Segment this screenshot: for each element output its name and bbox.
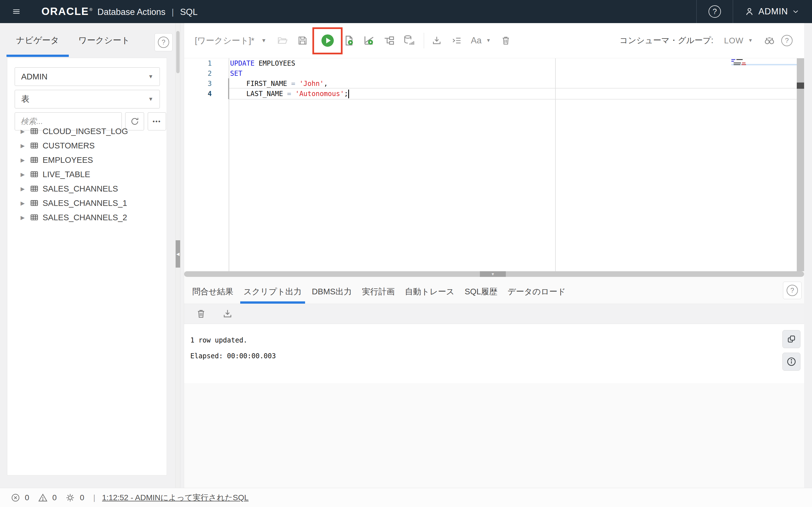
- panel-collapse-handle[interactable]: ▼: [480, 271, 506, 277]
- task-status[interactable]: 0: [65, 493, 84, 503]
- table-name: CLOUD_INGEST_LOG: [43, 127, 128, 136]
- code-line-2: SET: [230, 68, 796, 78]
- caret-right-icon[interactable]: ▶: [20, 157, 28, 163]
- sidebar-collapse-handle[interactable]: ◀: [175, 240, 180, 268]
- header-help-button[interactable]: ?: [697, 0, 733, 23]
- table-name: SALES_CHANNELS_1: [43, 199, 127, 208]
- gear-icon: [65, 493, 75, 503]
- schema-select[interactable]: ADMIN ▼: [15, 67, 160, 86]
- table-name: CUSTOMERS: [43, 141, 95, 151]
- text-cursor: [348, 90, 349, 98]
- font-size-button[interactable]: Aa ▼: [469, 36, 493, 46]
- caret-right-icon[interactable]: ▶: [20, 186, 28, 192]
- editor-minimap[interactable]: [731, 59, 797, 67]
- table-name: SALES_CHANNELS: [43, 184, 118, 193]
- caret-down-icon[interactable]: ▼: [748, 38, 753, 43]
- open-file-button[interactable]: [274, 31, 291, 51]
- tree-item-table[interactable]: ▶ CUSTOMERS: [7, 138, 166, 153]
- user-menu[interactable]: ADMIN: [733, 6, 802, 17]
- hamburger-menu-icon[interactable]: [10, 5, 23, 18]
- info-icon: [786, 356, 797, 367]
- editor-vertical-scrollbar[interactable]: [797, 58, 804, 271]
- line-number: 2: [184, 68, 229, 78]
- warning-icon: [38, 493, 48, 503]
- explain-plan-icon: [383, 35, 395, 47]
- sidebar-scrollbar-thumb[interactable]: [176, 31, 180, 73]
- tab-script-output[interactable]: スクリプト出力: [239, 280, 307, 304]
- save-button[interactable]: [294, 31, 311, 51]
- schema-select-value: ADMIN: [21, 72, 47, 81]
- caret-right-icon[interactable]: ▶: [20, 214, 28, 221]
- tab-explain-plan[interactable]: 実行計画: [357, 280, 400, 304]
- table-icon: [30, 184, 39, 193]
- caret-right-icon[interactable]: ▶: [20, 128, 28, 135]
- worksheet-help-button[interactable]: ?: [778, 31, 796, 50]
- clear-editor-button[interactable]: [498, 31, 514, 51]
- registered-mark: ®: [89, 7, 92, 12]
- table-icon: [30, 127, 39, 136]
- consumer-group-value[interactable]: LOW: [724, 36, 744, 45]
- object-type-select-value: 表: [21, 94, 29, 105]
- output-info-button[interactable]: [782, 353, 801, 371]
- tab-data-load[interactable]: データのロード: [502, 280, 571, 304]
- folder-open-icon: [277, 35, 288, 46]
- help-icon: ?: [781, 35, 793, 46]
- clear-output-button[interactable]: [194, 305, 208, 322]
- tree-item-table[interactable]: ▶ SALES_CHANNELS_1: [7, 196, 166, 210]
- worksheet-selector[interactable]: [ワークシート]* ▼: [195, 35, 266, 47]
- sql-identifier: EMPLOYEES: [255, 59, 296, 67]
- tree-item-table[interactable]: ▶ SALES_CHANNELS: [7, 182, 166, 196]
- toolbar-right: コンシューマ・グループ: LOW ▼ ?: [620, 31, 796, 50]
- task-count: 0: [80, 493, 84, 502]
- object-type-select[interactable]: 表 ▼: [15, 90, 160, 108]
- tab-autotrace[interactable]: 自動トレース: [400, 280, 460, 304]
- oracle-database-actions-screen: ORACLE® Database Actions | SQL ? ADMIN ナ…: [0, 0, 812, 507]
- explain-plan-button[interactable]: [381, 31, 397, 51]
- copy-output-button[interactable]: [782, 330, 801, 348]
- tab-sql-history[interactable]: SQL履歴: [460, 280, 502, 304]
- tree-item-table[interactable]: ▶ EMPLOYEES: [7, 153, 166, 167]
- tree-item-table[interactable]: ▶ SALES_CHANNELS_2: [7, 210, 166, 225]
- format-indent-icon: [451, 35, 462, 46]
- caret-down-icon: ▼: [148, 73, 153, 80]
- caret-right-icon[interactable]: ▶: [20, 171, 28, 178]
- print-margin-ruler: [555, 58, 556, 271]
- caret-down-icon: ▼: [486, 38, 491, 43]
- tab-query-result[interactable]: 問合せ結果: [187, 280, 239, 304]
- tree-item-table[interactable]: ▶ CLOUD_INGEST_LOG: [7, 124, 166, 138]
- last-executed-sql-link[interactable]: 1:12:52 - ADMINによって実行されたSQL: [102, 492, 249, 503]
- status-divider: |: [93, 493, 95, 502]
- code-line-4: LAST_NAME = 'Autonomous';: [230, 89, 796, 99]
- script-output-area[interactable]: 1 row updated. Elapsed: 00:00:00.003: [184, 324, 804, 383]
- autotrace-chart-icon: [363, 34, 375, 47]
- sql-monitor-button[interactable]: [401, 31, 417, 51]
- tab-worksheet[interactable]: ワークシート: [69, 23, 140, 58]
- autotrace-button[interactable]: [361, 31, 377, 51]
- tree-item-table[interactable]: ▶ LIVE_TABLE: [7, 167, 166, 182]
- run-script-button[interactable]: [341, 31, 357, 51]
- run-statement-button[interactable]: [319, 31, 336, 51]
- output-help-button[interactable]: ?: [783, 282, 802, 299]
- navigator-sidebar: ナビゲータ ワークシート ? ADMIN ▼ 表 ▼ •••: [0, 23, 175, 488]
- sidebar-splitter[interactable]: ◀: [175, 23, 181, 488]
- tab-dbms-output[interactable]: DBMS出力: [307, 280, 357, 304]
- find-db-object-button[interactable]: [761, 31, 778, 50]
- sidebar-help-button[interactable]: ?: [154, 33, 172, 51]
- toolbar-separator: [424, 33, 424, 48]
- warning-count: 0: [52, 493, 57, 502]
- sql-punctuation: ;: [344, 90, 348, 98]
- caret-right-icon[interactable]: ▶: [20, 143, 28, 149]
- tab-navigator[interactable]: ナビゲータ: [6, 23, 69, 58]
- download-output-button[interactable]: [221, 305, 234, 322]
- warning-status[interactable]: 0: [38, 493, 57, 503]
- format-code-button[interactable]: [449, 31, 465, 51]
- download-editor-button[interactable]: [428, 31, 445, 51]
- sql-editor[interactable]: 1 2 3 4 UPDATE EMPLOYEES SET FIRST_NAME …: [184, 58, 804, 271]
- code-line-3: FIRST_NAME = 'John',: [230, 78, 796, 89]
- panel-splitter[interactable]: ▼: [184, 271, 804, 277]
- error-status[interactable]: 0: [11, 493, 29, 503]
- code-area[interactable]: UPDATE EMPLOYEES SET FIRST_NAME = 'John'…: [230, 58, 796, 99]
- caret-right-icon[interactable]: ▶: [20, 200, 28, 207]
- indent-guide: [228, 78, 229, 99]
- sql-keyword: UPDATE: [230, 59, 255, 67]
